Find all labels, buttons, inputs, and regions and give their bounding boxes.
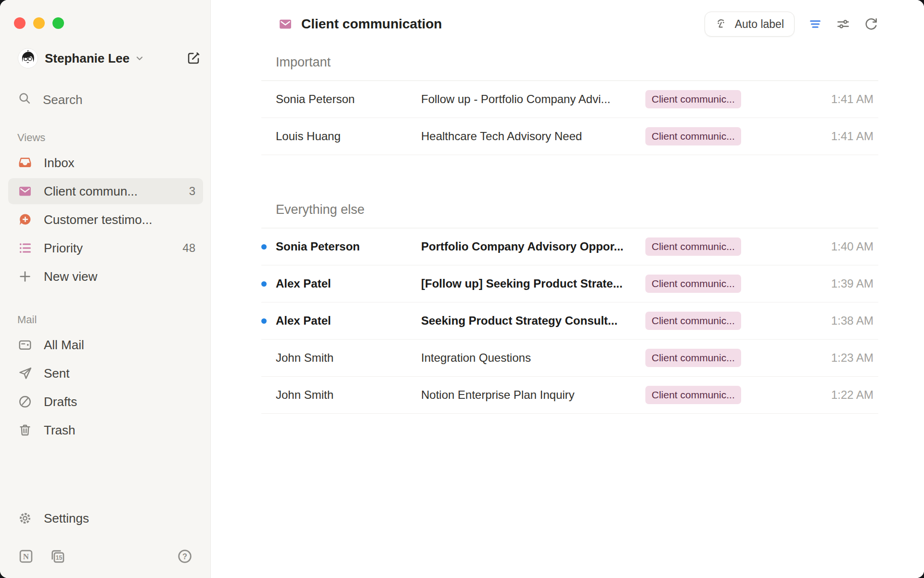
minimize-button[interactable] [33,17,45,29]
user-name: Stephanie Lee [45,51,129,66]
auto-label-button[interactable]: Auto label [705,12,795,37]
email-label-badge[interactable]: Client communic... [645,275,741,293]
search-label: Search [43,92,82,107]
email-subject: Portfolio Company Advisory Oppor... [421,240,645,253]
sidebar-item-label: Drafts [44,394,195,409]
email-label-badge[interactable]: Client communic... [645,386,741,404]
email-label-badge[interactable]: Client communic... [645,90,741,108]
sidebar-item-label: Settings [44,511,195,526]
sidebar-section-label: Views [17,131,210,144]
sidebar-item-all-mail[interactable]: All Mail [8,332,203,358]
email-label-badge[interactable]: Client communic... [645,127,741,145]
chat-plus-icon [18,212,32,227]
sidebar-item-count: 48 [182,241,195,255]
email-label-column: Client communic... [645,127,775,145]
sidebar-item-label: New view [44,269,195,284]
unread-indicator-column [261,318,276,324]
email-row[interactable]: John SmithIntegration QuestionsClient co… [261,340,878,377]
sidebar-item-inbox[interactable]: Inbox [8,150,203,176]
sidebar-item-trash[interactable]: Trash [8,417,203,443]
sidebar-item-client-commun[interactable]: Client commun...3 [8,178,203,204]
svg-text:N: N [23,552,29,561]
email-subject: Healthcare Tech Advisory Need [421,130,645,143]
sidebar-item-customer-testimo[interactable]: Customer testimo... [8,207,203,233]
gear-icon [18,511,32,525]
avatar [18,48,38,68]
email-label-badge[interactable]: Client communic... [645,349,741,367]
email-row[interactable]: Alex PatelSeeking Product Strategy Consu… [261,302,878,340]
email-label-badge[interactable]: Client communic... [645,237,741,256]
notion-calendar-icon[interactable]: 15 [50,548,66,565]
sidebar-item-drafts[interactable]: Drafts [8,389,203,415]
all-mail-icon [18,338,32,352]
search-icon [18,92,31,108]
email-row[interactable]: Sonia PetersonFollow up - Portfolio Comp… [261,81,878,118]
sidebar-item-label: Sent [44,366,195,381]
drafts-icon [18,394,32,409]
email-sender: Sonia Peterson [276,92,421,106]
close-button[interactable] [14,17,26,29]
unread-dot-icon [261,318,267,324]
envelope-icon [278,17,293,31]
help-icon[interactable]: ? [177,548,193,565]
email-subject: Seeking Product Strategy Consult... [421,314,645,328]
app-window: Stephanie Lee Search Views Inbox Client … [0,0,924,578]
main-header: Client communication Auto label [261,0,878,48]
email-row[interactable]: Louis HuangHealthcare Tech Advisory Need… [261,118,878,155]
email-subject: Follow up - Portfolio Company Advi... [421,92,645,106]
email-row[interactable]: Alex Patel[Follow up] Seeking Product St… [261,265,878,302]
unread-indicator-column [261,281,276,287]
sidebar: Stephanie Lee Search Views Inbox Client … [0,0,211,578]
sidebar-nav: Views Inbox Client commun...3 Customer t… [0,131,210,446]
sidebar-item-label: Client commun... [44,184,189,199]
email-time: 1:40 AM [775,240,878,253]
sidebar-section: Views Inbox Client commun...3 Customer t… [0,131,210,289]
chevron-down-icon [134,53,145,64]
notion-logo-icon[interactable]: N [18,548,34,565]
email-time: 1:41 AM [775,130,878,143]
unread-dot-icon [261,281,267,287]
filter-icon[interactable] [808,17,822,31]
sidebar-item-label: Customer testimo... [44,212,195,227]
sidebar-item-new-view[interactable]: New view [8,263,203,289]
mail-section: Everything elseSonia PetersonPortfolio C… [261,196,878,414]
sidebar-section: Mail All Mail Sent Drafts Trash [0,314,210,443]
sidebar-item-label: Priority [44,241,182,256]
sidebar-item-label: All Mail [44,338,195,353]
email-label-badge[interactable]: Client communic... [645,312,741,330]
envelope-icon [18,184,32,198]
sidebar-item-priority[interactable]: Priority48 [8,235,203,261]
search-input[interactable]: Search [8,92,202,108]
priority-list-icon [18,241,32,255]
email-label-column: Client communic... [645,312,775,330]
sidebar-item-label: Trash [44,423,195,438]
email-sender: Sonia Peterson [276,240,421,253]
sidebar-item-sent[interactable]: Sent [8,360,203,386]
plus-icon [18,269,32,284]
email-time: 1:38 AM [775,314,878,328]
mail-section-title: Important [261,48,878,81]
window-controls [0,0,210,29]
refresh-icon[interactable] [864,17,878,31]
unread-indicator-column [261,244,276,250]
email-time: 1:22 AM [775,388,878,402]
auto-label-button-label: Auto label [735,18,784,31]
email-label-column: Client communic... [645,90,775,108]
email-row[interactable]: John SmithNotion Enterprise Plan Inquiry… [261,377,878,414]
email-subject: Integration Questions [421,351,645,365]
sidebar-section-label: Mail [17,314,210,326]
email-time: 1:41 AM [775,92,878,106]
email-row[interactable]: Sonia PetersonPortfolio Company Advisory… [261,228,878,265]
display-settings-icon[interactable] [836,17,850,31]
zoom-button[interactable] [52,17,64,29]
email-label-column: Client communic... [645,275,775,293]
sidebar-item-settings[interactable]: Settings [8,505,203,531]
trash-icon [18,423,32,437]
email-subject: Notion Enterprise Plan Inquiry [421,388,645,402]
account-switcher[interactable]: Stephanie Lee [8,48,201,68]
mail-section-title: Everything else [261,196,878,228]
email-sender: Alex Patel [276,277,421,290]
inbox-icon [18,156,32,170]
compose-icon[interactable] [186,51,201,66]
email-sender: Alex Patel [276,314,421,328]
